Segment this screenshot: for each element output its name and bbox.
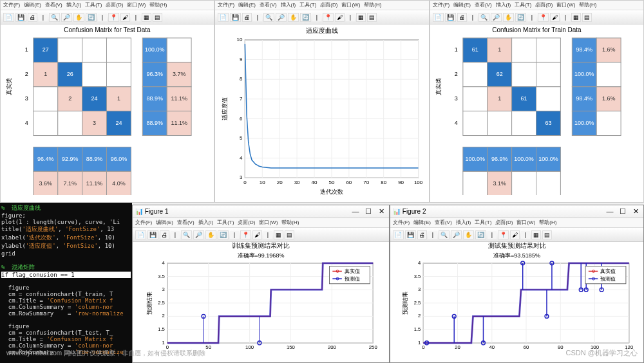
pan-icon[interactable]: ✋ [288, 13, 299, 22]
save-icon[interactable]: 💾 [445, 13, 456, 22]
menu-item[interactable]: 帮助(H) [149, 1, 167, 9]
zoom-out-icon[interactable]: 🔎 [491, 13, 502, 22]
print-icon[interactable]: 🖨 [417, 230, 427, 239]
menu-item[interactable]: 桌面(D) [238, 219, 255, 227]
pan-icon[interactable]: ✋ [205, 230, 216, 239]
menu-item[interactable]: 插入(I) [198, 219, 214, 227]
menu-item[interactable]: 桌面(D) [535, 1, 553, 9]
zoom-out-icon[interactable]: 🔎 [193, 230, 204, 239]
brush-icon[interactable]: 🖌 [120, 13, 130, 22]
menu-item[interactable]: 窗口(W) [341, 1, 360, 9]
rotate-icon[interactable]: 🔄 [475, 230, 486, 239]
menu-item[interactable]: 查看(V) [177, 219, 194, 227]
menubar[interactable]: 文件(F)编辑(E)查看(V)插入(I)工具(T)桌面(D)窗口(W)帮助(H) [430, 1, 643, 10]
print-icon[interactable]: 🖨 [457, 13, 467, 22]
print-icon[interactable]: 🖨 [160, 230, 169, 239]
brush-icon[interactable]: 🖌 [252, 230, 262, 239]
menu-item[interactable]: 帮助(H) [579, 1, 596, 9]
print-icon[interactable]: 🖨 [242, 13, 252, 22]
legend-icon[interactable]: ▤ [367, 13, 377, 22]
menu-item[interactable]: 帮助(H) [539, 219, 556, 227]
toolbar[interactable]: 📄💾🖨|🔍🔎✋🔄|📍🖌|▦▤ [430, 10, 643, 24]
data-cursor-icon[interactable]: 📍 [323, 13, 334, 22]
toolbar[interactable]: 📄💾🖨|🔍🔎✋🔄|📍🖌|▦▤ [1, 10, 214, 24]
legend-icon[interactable]: ▤ [153, 13, 162, 22]
menu-item[interactable]: 插入(I) [66, 1, 82, 9]
data-cursor-icon[interactable]: 📍 [108, 13, 119, 22]
menu-item[interactable]: 桌面(D) [495, 219, 513, 227]
grid-icon[interactable]: ▦ [356, 13, 366, 22]
grid-icon[interactable]: ▦ [274, 230, 283, 239]
save-icon[interactable]: 💾 [230, 13, 241, 22]
zoom-out-icon[interactable]: 🔎 [276, 13, 287, 22]
pan-icon[interactable]: ✋ [503, 13, 514, 22]
menubar[interactable]: 文件(F)编辑(E)查看(V)插入(I)工具(T)桌面(D)窗口(W)帮助(H) [133, 218, 389, 228]
menu-item[interactable]: 窗口(W) [127, 1, 146, 9]
rotate-icon[interactable]: 🔄 [300, 13, 311, 22]
menu-item[interactable]: 查看(V) [260, 1, 277, 9]
menu-item[interactable]: 桌面(D) [320, 1, 337, 9]
menu-item[interactable]: 编辑(E) [238, 1, 256, 9]
menu-item[interactable]: 插入(I) [456, 219, 471, 227]
rotate-icon[interactable]: 🔄 [515, 13, 526, 22]
minimize-button[interactable]: — [350, 207, 361, 216]
menubar[interactable]: 文件(F)编辑(E)查看(V)插入(I)工具(T)桌面(D)窗口(W)帮助(H) [390, 218, 643, 228]
zoom-in-icon[interactable]: 🔍 [49, 13, 60, 22]
brush-icon[interactable]: 🖌 [550, 13, 560, 22]
data-cursor-icon[interactable]: 📍 [538, 13, 549, 22]
grid-icon[interactable]: ▦ [571, 13, 581, 22]
menubar[interactable]: 文件(F)编辑(E)查看(V)插入(I)工具(T)桌面(D)窗口(W)帮助(H) [1, 1, 214, 10]
menu-item[interactable]: 工具(T) [217, 219, 234, 227]
menu-item[interactable]: 文件(F) [3, 1, 20, 9]
menu-item[interactable]: 查看(V) [45, 1, 62, 9]
brush-icon[interactable]: 🖌 [510, 230, 520, 239]
maximize-button[interactable]: ☐ [363, 207, 374, 216]
menu-item[interactable]: 编辑(E) [156, 219, 173, 227]
file-icon[interactable]: 📄 [393, 230, 404, 239]
zoom-in-icon[interactable]: 🔍 [263, 13, 274, 22]
menu-item[interactable]: 桌面(D) [106, 1, 123, 9]
file-icon[interactable]: 📄 [433, 13, 444, 22]
brush-icon[interactable]: 🖌 [335, 13, 345, 22]
menu-item[interactable]: 帮助(H) [364, 1, 381, 9]
menu-item[interactable]: 文件(F) [218, 1, 234, 9]
zoom-in-icon[interactable]: 🔍 [439, 230, 450, 239]
menu-item[interactable]: 工具(T) [85, 1, 102, 9]
menu-item[interactable]: 编辑(E) [453, 1, 471, 9]
close-button[interactable]: ✕ [376, 207, 386, 216]
grid-icon[interactable]: ▦ [531, 230, 541, 239]
menu-item[interactable]: 窗口(W) [259, 219, 278, 227]
menu-item[interactable]: 工具(T) [515, 1, 531, 9]
toolbar[interactable]: 📄💾🖨|🔍🔎✋🔄|📍🖌|▦▤ [133, 228, 389, 242]
pan-icon[interactable]: ✋ [73, 13, 84, 22]
data-cursor-icon[interactable]: 📍 [240, 230, 251, 239]
zoom-out-icon[interactable]: 🔎 [451, 230, 462, 239]
menu-item[interactable]: 帮助(H) [281, 219, 299, 227]
toolbar[interactable]: 📄💾🖨|🔍🔎✋🔄|📍🖌|▦▤ [215, 10, 429, 24]
rotate-icon[interactable]: 🔄 [218, 230, 229, 239]
rotate-icon[interactable]: 🔄 [86, 13, 97, 22]
menu-item[interactable]: 编辑(E) [24, 1, 41, 9]
save-icon[interactable]: 💾 [147, 230, 158, 239]
save-icon[interactable]: 💾 [405, 230, 416, 239]
menu-item[interactable]: 文件(F) [433, 1, 450, 9]
save-icon[interactable]: 💾 [15, 13, 26, 22]
menu-item[interactable]: 查看(V) [475, 1, 492, 9]
zoom-in-icon[interactable]: 🔍 [478, 13, 489, 22]
maximize-button[interactable]: ☐ [618, 207, 628, 216]
minimize-button[interactable]: — [605, 207, 615, 216]
menu-item[interactable]: 窗口(W) [556, 1, 575, 9]
menu-item[interactable]: 编辑(E) [413, 219, 431, 227]
legend-icon[interactable]: ▤ [542, 230, 552, 239]
menu-item[interactable]: 工具(T) [475, 219, 491, 227]
data-cursor-icon[interactable]: 📍 [498, 230, 509, 239]
menu-item[interactable]: 插入(I) [281, 1, 296, 9]
menu-item[interactable]: 窗口(W) [516, 219, 535, 227]
legend-icon[interactable]: ▤ [285, 230, 294, 239]
menu-item[interactable]: 文件(F) [135, 219, 152, 227]
pan-icon[interactable]: ✋ [463, 230, 474, 239]
zoom-in-icon[interactable]: 🔍 [181, 230, 192, 239]
file-icon[interactable]: 📄 [3, 13, 14, 22]
print-icon[interactable]: 🖨 [28, 13, 37, 22]
legend-icon[interactable]: ▤ [582, 13, 592, 22]
